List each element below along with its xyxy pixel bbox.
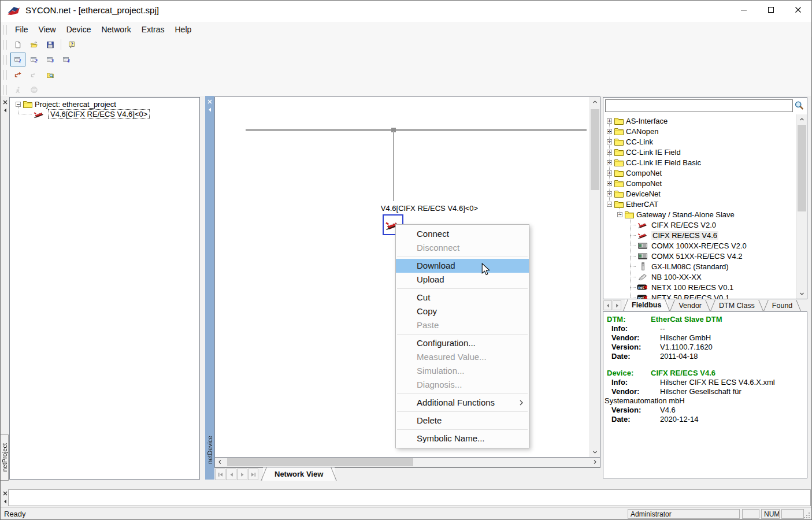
- vertical-scroll-thumb[interactable]: [798, 125, 806, 211]
- tree-item-label[interactable]: CIFX RE/ECS V2.0: [651, 221, 716, 229]
- scroll-down-button[interactable]: [797, 289, 807, 299]
- scroll-left-button[interactable]: [215, 458, 225, 466]
- menu-file[interactable]: File: [10, 23, 34, 36]
- catalog-tabs-scroll-right-button[interactable]: [613, 300, 621, 310]
- tree-item-project-ethercat-project[interactable]: −Project: ethercat_project: [10, 99, 199, 109]
- new-document-button[interactable]: [10, 38, 25, 51]
- netdevice-dock-tab[interactable]: netDevice: [205, 428, 214, 471]
- toolbar-grip-handle[interactable]: [3, 55, 7, 65]
- scroll-right-button[interactable]: [590, 458, 600, 466]
- catalog-search-button[interactable]: [793, 100, 805, 112]
- save-project-button[interactable]: [43, 38, 58, 51]
- toolbar-grip-handle[interactable]: [3, 85, 7, 95]
- tab-scroll-prev-button[interactable]: [226, 469, 236, 480]
- scroll-up-button[interactable]: [797, 114, 807, 124]
- menu-view[interactable]: View: [34, 23, 61, 36]
- tree-item-label[interactable]: CompoNet: [626, 179, 662, 188]
- tree-item-cc-link[interactable]: +CC-Link: [603, 136, 797, 147]
- context-menu-item-connect[interactable]: Connect: [396, 227, 529, 241]
- tree-item-label[interactable]: NB 100-XX-XX: [651, 273, 702, 281]
- project-panel-collapse-button[interactable]: [2, 107, 9, 114]
- window-1-button[interactable]: 1: [10, 53, 25, 66]
- resize-grip[interactable]: [804, 512, 810, 519]
- context-menu-item-measured-value[interactable]: Measured Value...: [396, 350, 529, 364]
- menu-network[interactable]: Network: [96, 23, 136, 36]
- tree-item-ethercat[interactable]: −EtherCAT: [603, 199, 797, 209]
- tree-item-netx-100-re-ecs-v0-1[interactable]: netNETX 100 RE/ECS V0.1: [603, 282, 797, 292]
- minimize-button[interactable]: [730, 0, 757, 20]
- output-panel-collapse-button[interactable]: [2, 498, 9, 505]
- menu-help[interactable]: Help: [170, 23, 197, 36]
- tree-item-label[interactable]: COMX 51XX-RE/ECS V4.2: [651, 252, 743, 261]
- tree-item-cifx-re-ecs-v4-6[interactable]: CIFX RE/ECS V4.6: [603, 230, 797, 240]
- tree-item-label[interactable]: AS-Interface: [626, 117, 668, 125]
- tree-item-gateway-stand-alone-slave[interactable]: −Gateway / Stand-Alone Slave: [603, 209, 797, 220]
- tree-item-label[interactable]: Project: ethercat_project: [35, 100, 116, 109]
- tree-item-v4-6-cifx-re-ecs-v4-6-0[interactable]: V4.6[CIFX RE/ECS V4.6]<0>: [10, 109, 199, 119]
- tree-item-as-interface[interactable]: +AS-Interface: [603, 116, 797, 126]
- tab-scroll-last-button[interactable]: [248, 469, 258, 480]
- tree-item-label[interactable]: DeviceNet: [626, 190, 661, 198]
- tab-fieldbus[interactable]: Fieldbus: [625, 299, 668, 311]
- tree-item-comx-100xx-re-ecs-v2-0[interactable]: COMX 100XX-RE/ECS V2.0: [603, 240, 797, 251]
- tree-item-gx-ilm08c-standard[interactable]: GX-ILM08C (Standard): [603, 261, 797, 272]
- context-menu-item-cut[interactable]: Cut: [396, 291, 529, 304]
- tab-dtm-class[interactable]: DTM Class: [712, 300, 762, 311]
- window-3-button[interactable]: 3: [43, 53, 58, 66]
- tree-item-componet[interactable]: +CompoNet: [603, 178, 797, 188]
- tab-network-view[interactable]: Network View: [263, 467, 335, 481]
- tree-item-label[interactable]: V4.6[CIFX RE/ECS V4.6]<0>: [48, 109, 150, 119]
- maximize-button[interactable]: [757, 0, 784, 20]
- tree-item-label[interactable]: CANopen: [626, 127, 658, 136]
- tree-item-label[interactable]: EtherCAT: [626, 200, 658, 209]
- scroll-down-button[interactable]: [590, 447, 600, 457]
- window-4-button[interactable]: 4: [59, 53, 74, 66]
- remove-device-button[interactable]: [27, 68, 42, 81]
- tab-scroll-first-button[interactable]: [215, 469, 225, 480]
- context-menu-item-delete[interactable]: Delete: [396, 414, 529, 428]
- menu-extras[interactable]: Extras: [136, 23, 170, 36]
- context-menu-item-simulation[interactable]: Simulation...: [396, 364, 529, 378]
- tree-item-label[interactable]: GX-ILM08C (Standard): [651, 262, 729, 271]
- tree-item-label[interactable]: NETX 100 RE/ECS V0.1: [651, 283, 733, 292]
- open-project-button[interactable]: [27, 38, 42, 51]
- context-menu-item-additional-functions[interactable]: Additional Functions: [396, 396, 529, 410]
- netproject-dock-tab[interactable]: netProject: [1, 434, 9, 481]
- tree-item-canopen[interactable]: +CANopen: [603, 126, 797, 136]
- tree-item-label[interactable]: CompoNet: [626, 169, 662, 177]
- tab-vendor[interactable]: Vendor: [672, 300, 709, 311]
- tree-item-label[interactable]: CC-Link: [626, 138, 653, 146]
- tree-item-label[interactable]: Gateway / Stand-Alone Slave: [636, 210, 735, 219]
- vertical-scroll-thumb[interactable]: [591, 109, 599, 190]
- device-catalog-button[interactable]: [43, 68, 58, 81]
- catalog-tabs-scroll-left-button[interactable]: [603, 300, 612, 310]
- window-2-button[interactable]: 2: [27, 53, 42, 66]
- context-menu-item-download[interactable]: Download: [396, 259, 529, 273]
- context-menu-item-configuration[interactable]: Configuration...: [396, 336, 529, 350]
- start-button[interactable]: [10, 83, 25, 96]
- context-menu-item-diagnosis[interactable]: Diagnosis...: [396, 378, 529, 392]
- tree-item-label[interactable]: CIFX RE/ECS V4.6: [651, 231, 718, 240]
- netdevice-splitter[interactable]: netDevice: [205, 96, 214, 480]
- tree-item-comx-51xx-re-ecs-v4-2[interactable]: COMX 51XX-RE/ECS V4.2: [603, 251, 797, 261]
- collapse-expander-icon[interactable]: −: [16, 102, 21, 107]
- tree-item-cc-link-ie-field-basic[interactable]: +CC-Link IE Field Basic: [603, 157, 797, 168]
- tree-item-devicenet[interactable]: +DeviceNet: [603, 188, 797, 199]
- toolbar-grip-handle[interactable]: [3, 70, 7, 80]
- add-device-button[interactable]: [10, 68, 25, 81]
- tree-item-netx-50-re-ecs-v0-1[interactable]: netNETX 50 RE/ECS V0.1: [603, 292, 797, 299]
- menu-device[interactable]: Device: [61, 23, 97, 36]
- project-panel-close-button[interactable]: [2, 99, 9, 106]
- tab-scroll-next-button[interactable]: [237, 469, 247, 480]
- stop-button[interactable]: STOP: [27, 83, 42, 96]
- tree-item-label[interactable]: CC-Link IE Field: [626, 148, 681, 157]
- context-menu-item-disconnect[interactable]: Disconnect: [396, 241, 529, 255]
- help-button[interactable]: ?: [64, 38, 79, 51]
- tree-item-nb-100-xx-xx[interactable]: NB 100-XX-XX: [603, 272, 797, 282]
- menubar-grip-handle[interactable]: [3, 25, 7, 35]
- netdevice-collapse-button[interactable]: [206, 106, 213, 113]
- context-menu-item-symbolic-name[interactable]: Symbolic Name...: [396, 432, 529, 445]
- tab-found[interactable]: Found: [765, 300, 799, 311]
- tree-item-cifx-re-ecs-v2-0[interactable]: CIFX RE/ECS V2.0: [603, 220, 797, 230]
- catalog-search-input[interactable]: [605, 99, 793, 112]
